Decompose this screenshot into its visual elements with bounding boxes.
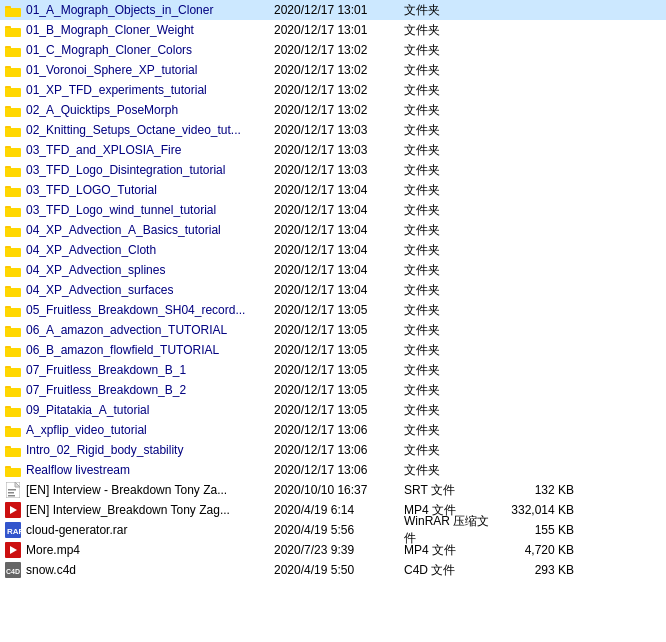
file-type: 文件夹 <box>404 262 494 279</box>
file-name: Intro_02_Rigid_body_stability <box>26 443 274 457</box>
folder-icon <box>4 442 22 458</box>
file-date: 2020/4/19 6:14 <box>274 503 404 517</box>
folder-icon <box>4 422 22 438</box>
file-row[interactable]: 02_A_Quicktips_PoseMorph2020/12/17 13:02… <box>0 100 666 120</box>
file-name: 09_Pitatakia_A_tutorial <box>26 403 274 417</box>
file-row[interactable]: 03_TFD_Logo_Disintegration_tutorial2020/… <box>0 160 666 180</box>
file-row[interactable]: A_xpflip_video_tutorial2020/12/17 13:06文… <box>0 420 666 440</box>
file-row[interactable]: 01_XP_TFD_experiments_tutorial2020/12/17… <box>0 80 666 100</box>
file-size: 155 KB <box>494 523 574 537</box>
file-row[interactable]: 07_Fruitless_Breakdown_B_22020/12/17 13:… <box>0 380 666 400</box>
file-date: 2020/12/17 13:02 <box>274 103 404 117</box>
file-date: 2020/12/17 13:03 <box>274 163 404 177</box>
svg-rect-43 <box>5 428 21 437</box>
file-row[interactable]: 01_B_Mograph_Cloner_Weight2020/12/17 13:… <box>0 20 666 40</box>
file-size: 293 KB <box>494 563 574 577</box>
file-type: 文件夹 <box>404 222 494 239</box>
svg-rect-29 <box>5 288 21 297</box>
folder-icon <box>4 262 22 278</box>
file-date: 2020/12/17 13:05 <box>274 383 404 397</box>
svg-rect-41 <box>5 408 21 417</box>
file-row[interactable]: [EN] Interview - Breakdown Tony Za...202… <box>0 480 666 500</box>
svg-rect-25 <box>5 248 21 257</box>
file-row[interactable]: 06_B_amazon_flowfield_TUTORIAL2020/12/17… <box>0 340 666 360</box>
file-name: More.mp4 <box>26 543 274 557</box>
folder-icon <box>4 322 22 338</box>
file-type: 文件夹 <box>404 322 494 339</box>
file-name: 05_Fruitless_Breakdown_SH04_record... <box>26 303 274 317</box>
file-row[interactable]: 03_TFD_and_XPLOSIA_Fire2020/12/17 13:03文… <box>0 140 666 160</box>
file-date: 2020/12/17 13:05 <box>274 323 404 337</box>
file-row[interactable]: 09_Pitatakia_A_tutorial2020/12/17 13:05文… <box>0 400 666 420</box>
file-date: 2020/12/17 13:01 <box>274 23 404 37</box>
file-type: 文件夹 <box>404 462 494 479</box>
file-type: 文件夹 <box>404 422 494 439</box>
folder-icon <box>4 342 22 358</box>
file-date: 2020/12/17 13:02 <box>274 63 404 77</box>
file-name: 07_Fruitless_Breakdown_B_2 <box>26 383 274 397</box>
svg-rect-50 <box>8 489 16 491</box>
svg-rect-47 <box>5 468 21 477</box>
file-row[interactable]: 06_A_amazon_advection_TUTORIAL2020/12/17… <box>0 320 666 340</box>
file-name: [EN] Interview_Breakdown Tony Zag... <box>26 503 274 517</box>
folder-icon <box>4 222 22 238</box>
file-date: 2020/12/17 13:04 <box>274 183 404 197</box>
file-row[interactable]: 03_TFD_Logo_wind_tunnel_tutorial2020/12/… <box>0 200 666 220</box>
file-name: cloud-generator.rar <box>26 523 274 537</box>
file-row[interactable]: 04_XP_Advection_surfaces2020/12/17 13:04… <box>0 280 666 300</box>
file-type: 文件夹 <box>404 102 494 119</box>
file-row[interactable]: 07_Fruitless_Breakdown_B_12020/12/17 13:… <box>0 360 666 380</box>
file-type: 文件夹 <box>404 362 494 379</box>
file-date: 2020/7/23 9:39 <box>274 543 404 557</box>
svg-text:RAR: RAR <box>7 527 21 536</box>
file-type: 文件夹 <box>404 202 494 219</box>
file-row[interactable]: 05_Fruitless_Breakdown_SH04_record...202… <box>0 300 666 320</box>
folder-icon <box>4 2 22 18</box>
file-row[interactable]: [EN] Interview_Breakdown Tony Zag...2020… <box>0 500 666 520</box>
file-row[interactable]: 03_TFD_LOGO_Tutorial2020/12/17 13:04文件夹 <box>0 180 666 200</box>
file-type: 文件夹 <box>404 302 494 319</box>
file-size: 332,014 KB <box>494 503 574 517</box>
svg-rect-1 <box>5 8 21 17</box>
folder-icon <box>4 202 22 218</box>
file-row[interactable]: Intro_02_Rigid_body_stability2020/12/17 … <box>0 440 666 460</box>
file-size: 4,720 KB <box>494 543 574 557</box>
file-row[interactable]: 01_Voronoi_Sphere_XP_tutorial2020/12/17 … <box>0 60 666 80</box>
file-name: A_xpflip_video_tutorial <box>26 423 274 437</box>
file-name: 04_XP_Advection_surfaces <box>26 283 274 297</box>
file-row[interactable]: 04_XP_Advection_A_Basics_tutorial2020/12… <box>0 220 666 240</box>
file-name: 06_B_amazon_flowfield_TUTORIAL <box>26 343 274 357</box>
file-row[interactable]: 01_A_Mograph_Objects_in_Cloner2020/12/17… <box>0 0 666 20</box>
file-row[interactable]: RARcloud-generator.rar2020/4/19 5:56WinR… <box>0 520 666 540</box>
file-row[interactable]: More.mp42020/7/23 9:39MP4 文件4,720 KB <box>0 540 666 560</box>
folder-icon <box>4 62 22 78</box>
file-date: 2020/12/17 13:03 <box>274 143 404 157</box>
file-row[interactable]: Realflow livestream2020/12/17 13:06文件夹 <box>0 460 666 480</box>
file-type: 文件夹 <box>404 342 494 359</box>
file-date: 2020/12/17 13:06 <box>274 423 404 437</box>
file-row[interactable]: 01_C_Mograph_Cloner_Colors2020/12/17 13:… <box>0 40 666 60</box>
file-name: 02_Knitting_Setups_Octane_video_tut... <box>26 123 274 137</box>
file-type: 文件夹 <box>404 402 494 419</box>
svg-rect-19 <box>5 188 21 197</box>
file-row[interactable]: 04_XP_Advection_Cloth2020/12/17 13:04文件夹 <box>0 240 666 260</box>
file-row[interactable]: 04_XP_Advection_splines2020/12/17 13:04文… <box>0 260 666 280</box>
folder-icon <box>4 182 22 198</box>
file-row[interactable]: C4Dsnow.c4d2020/4/19 5:50C4D 文件293 KB <box>0 560 666 580</box>
svg-rect-39 <box>5 388 21 397</box>
file-date: 2020/12/17 13:01 <box>274 3 404 17</box>
file-name: 03_TFD_LOGO_Tutorial <box>26 183 274 197</box>
file-name: 03_TFD_Logo_wind_tunnel_tutorial <box>26 203 274 217</box>
file-name: snow.c4d <box>26 563 274 577</box>
file-row[interactable]: 02_Knitting_Setups_Octane_video_tut...20… <box>0 120 666 140</box>
file-type: 文件夹 <box>404 142 494 159</box>
file-name: 04_XP_Advection_A_Basics_tutorial <box>26 223 274 237</box>
svg-rect-45 <box>5 448 21 457</box>
svg-rect-31 <box>5 308 21 317</box>
file-type: C4D 文件 <box>404 562 494 579</box>
svg-rect-23 <box>5 228 21 237</box>
file-type: 文件夹 <box>404 122 494 139</box>
file-type: 文件夹 <box>404 182 494 199</box>
file-date: 2020/4/19 5:56 <box>274 523 404 537</box>
file-type: 文件夹 <box>404 42 494 59</box>
